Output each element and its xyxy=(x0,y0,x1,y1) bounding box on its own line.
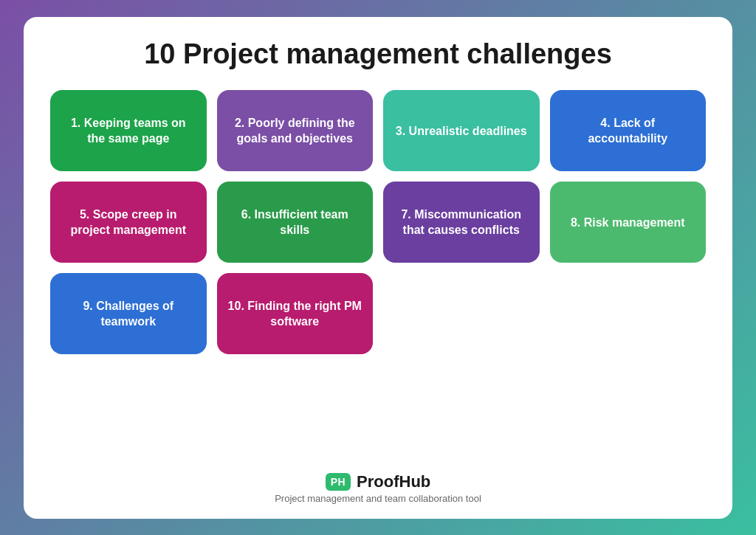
challenge-item-4: 4. Lack of accountability xyxy=(550,90,707,171)
challenge-item-6: 6. Insufficient team skills xyxy=(217,182,374,263)
challenge-item-8: 8. Risk management xyxy=(550,182,707,263)
challenge-item-9: 9. Challenges of teamwork xyxy=(50,273,207,354)
proofhub-logo: PH xyxy=(326,473,351,491)
challenges-grid: 1. Keeping teams on the same page 2. Poo… xyxy=(50,90,706,354)
challenge-item-10: 10. Finding the right PM software xyxy=(217,273,374,354)
brand-tagline: Project management and team collaboratio… xyxy=(275,493,481,504)
main-card: 10 Project management challenges 1. Keep… xyxy=(24,17,732,519)
empty-cell-1 xyxy=(383,273,540,354)
footer: PH ProofHub Project management and team … xyxy=(275,472,481,504)
brand-row: PH ProofHub xyxy=(326,472,431,491)
challenge-item-3: 3. Unrealistic deadlines xyxy=(383,90,540,171)
challenge-item-7: 7. Miscommunication that causes conflict… xyxy=(383,182,540,263)
page-title: 10 Project management challenges xyxy=(144,39,612,70)
challenge-item-1: 1. Keeping teams on the same page xyxy=(50,90,207,171)
challenge-item-2: 2. Poorly defining the goals and objecti… xyxy=(217,90,374,171)
challenge-item-5: 5. Scope creep in project management xyxy=(50,182,207,263)
brand-name: ProofHub xyxy=(357,472,430,491)
empty-cell-2 xyxy=(550,273,707,354)
